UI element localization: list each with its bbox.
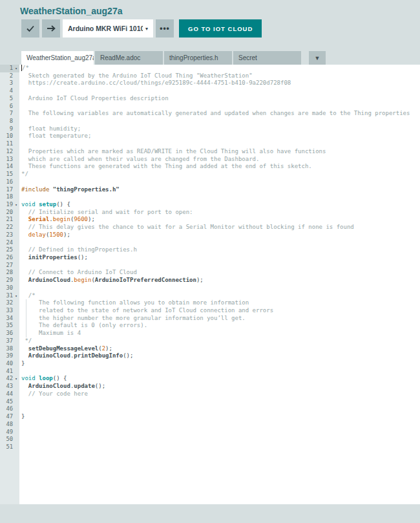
upload-button[interactable]: [42, 19, 60, 37]
code-line[interactable]: 12 Properties which are marked as READ/W…: [0, 148, 420, 156]
code-text[interactable]: delay(1500);: [21, 231, 420, 239]
code-line[interactable]: 22 // This delay gives the chance to wai…: [0, 224, 420, 231]
code-text[interactable]: }: [21, 413, 420, 421]
tab-overflow-button[interactable]: ▼: [309, 51, 326, 65]
code-text[interactable]: the higher number the more granular info…: [21, 315, 420, 323]
code-text[interactable]: [21, 368, 420, 376]
code-line[interactable]: 3 https://create.arduino.cc/cloud/things…: [0, 80, 420, 87]
verify-button[interactable]: [21, 19, 39, 37]
code-line[interactable]: 40}: [0, 360, 420, 368]
code-editor[interactable]: 1▾/*2 Sketch generated by the Arduino Io…: [0, 65, 420, 504]
code-text[interactable]: Properties which are marked as READ/WRIT…: [21, 148, 420, 156]
code-line[interactable]: 44 // Your code here: [0, 390, 420, 398]
code-text[interactable]: Serial.begin(9600);: [21, 216, 420, 224]
code-line[interactable]: 6: [0, 103, 420, 111]
code-line[interactable]: 18: [0, 193, 420, 201]
code-line[interactable]: 19▾void setup() {: [0, 201, 420, 209]
code-text[interactable]: float temperature;: [21, 133, 420, 140]
code-line[interactable]: 45: [0, 398, 420, 406]
code-text[interactable]: /*: [21, 65, 420, 72]
code-line[interactable]: 26 initProperties();: [0, 254, 420, 262]
code-text[interactable]: */: [21, 337, 420, 345]
code-line[interactable]: 48: [0, 421, 420, 429]
code-line[interactable]: 28 // Connect to Arduino IoT Cloud: [0, 269, 420, 277]
code-line[interactable]: 51: [0, 443, 420, 451]
code-text[interactable]: [21, 429, 420, 436]
code-line[interactable]: 8: [0, 118, 420, 125]
code-line[interactable]: 11: [0, 140, 420, 148]
tab-secret[interactable]: Secret: [233, 51, 301, 65]
code-text[interactable]: The default is 0 (only errors).: [21, 322, 420, 330]
code-text[interactable]: [21, 239, 420, 247]
code-text[interactable]: ArduinoCloud.begin(ArduinoIoTPreferredCo…: [21, 277, 420, 284]
code-text[interactable]: These functions are generated with the T…: [21, 163, 420, 171]
code-text[interactable]: initProperties();: [21, 254, 420, 262]
code-text[interactable]: which are called when their values are c…: [21, 156, 420, 164]
code-text[interactable]: [21, 398, 420, 406]
code-line[interactable]: 7 The following variables are automatica…: [0, 110, 420, 118]
code-text[interactable]: // Your code here: [21, 390, 420, 398]
code-text[interactable]: [21, 118, 420, 125]
fold-toggle-icon[interactable]: ▾: [13, 375, 19, 383]
code-line[interactable]: 41: [0, 368, 420, 376]
code-line[interactable]: 15*/: [0, 171, 420, 178]
code-text[interactable]: [21, 405, 420, 413]
code-line[interactable]: 30: [0, 284, 420, 292]
code-text[interactable]: Arduino IoT Cloud Properties description: [21, 95, 420, 103]
code-line[interactable]: 35 The default is 0 (only errors).: [0, 322, 420, 330]
code-line[interactable]: 34 the higher number the more granular i…: [0, 315, 420, 323]
code-line[interactable]: 16: [0, 178, 420, 186]
code-text[interactable]: [21, 103, 420, 111]
code-text[interactable]: }: [21, 360, 420, 368]
code-line[interactable]: 31▾ /*: [0, 292, 420, 300]
code-text[interactable]: [21, 443, 420, 451]
code-text[interactable]: Sketch generated by the Arduino IoT Clou…: [21, 72, 420, 80]
code-text[interactable]: The following variables are automaticall…: [21, 110, 420, 118]
code-line[interactable]: 14 These functions are generated with th…: [0, 163, 420, 171]
code-line[interactable]: 17#include "thingProperties.h": [0, 186, 420, 194]
code-text[interactable]: ArduinoCloud.printDebugInfo();: [21, 352, 420, 360]
fold-toggle-icon[interactable]: ▾: [13, 65, 19, 72]
code-text[interactable]: [21, 284, 420, 292]
code-line[interactable]: 49: [0, 429, 420, 436]
code-line[interactable]: 29 ArduinoCloud.begin(ArduinoIoTPreferre…: [0, 277, 420, 284]
code-line[interactable]: 20 // Initialize serial and wait for por…: [0, 209, 420, 217]
code-text[interactable]: ArduinoCloud.update();: [21, 383, 420, 390]
code-text[interactable]: #include "thingProperties.h": [21, 186, 420, 194]
code-text[interactable]: void loop() {: [21, 375, 420, 383]
code-line[interactable]: 10 float temperature;: [0, 133, 420, 140]
code-text[interactable]: // Initialize serial and wait for port t…: [21, 209, 420, 217]
code-text[interactable]: float humidity;: [21, 125, 420, 133]
tab-thingproperties-h[interactable]: thingProperties.h: [164, 51, 232, 65]
code-text[interactable]: // This delay gives the chance to wait f…: [21, 224, 420, 231]
code-line[interactable]: 9 float humidity;: [0, 125, 420, 133]
tab-readme-adoc[interactable]: ReadMe.adoc: [95, 51, 163, 65]
code-line[interactable]: 27: [0, 262, 420, 270]
code-line[interactable]: 37 */: [0, 337, 420, 345]
code-line[interactable]: 4: [0, 87, 420, 95]
code-text[interactable]: [21, 421, 420, 429]
tab-weatherstation-aug27a[interactable]: WeatherStation_aug27a: [21, 51, 94, 65]
code-text[interactable]: [21, 87, 420, 95]
code-text[interactable]: https://create.arduino.cc/cloud/things/e…: [21, 80, 420, 87]
code-text[interactable]: [21, 262, 420, 270]
code-line[interactable]: 38 setDebugMessageLevel(2);: [0, 345, 420, 353]
code-text[interactable]: // Defined in thingProperties.h: [21, 246, 420, 254]
code-line[interactable]: 5 Arduino IoT Cloud Properties descripti…: [0, 95, 420, 103]
code-text[interactable]: Maximum is 4: [21, 330, 420, 337]
code-line[interactable]: 47}: [0, 413, 420, 421]
code-line[interactable]: 43 ArduinoCloud.update();: [0, 383, 420, 390]
code-line[interactable]: 2 Sketch generated by the Arduino IoT Cl…: [0, 72, 420, 80]
code-line[interactable]: 33 related to the state of network and I…: [0, 307, 420, 315]
code-line[interactable]: 32 The following function allows you to …: [0, 299, 420, 307]
board-selector[interactable]: Arduino MKR WiFi 1010 at C... ▾: [63, 19, 153, 37]
fold-toggle-icon[interactable]: ▾: [13, 292, 19, 300]
go-to-iot-cloud-button[interactable]: GO TO IOT CLOUD: [179, 19, 262, 37]
code-line[interactable]: 24: [0, 239, 420, 247]
code-line[interactable]: 50: [0, 436, 420, 443]
code-text[interactable]: [21, 140, 420, 148]
code-text[interactable]: void setup() {: [21, 201, 420, 209]
code-text[interactable]: The following function allows you to obt…: [21, 299, 420, 307]
code-line[interactable]: 36 Maximum is 4: [0, 330, 420, 337]
code-text[interactable]: [21, 436, 420, 443]
